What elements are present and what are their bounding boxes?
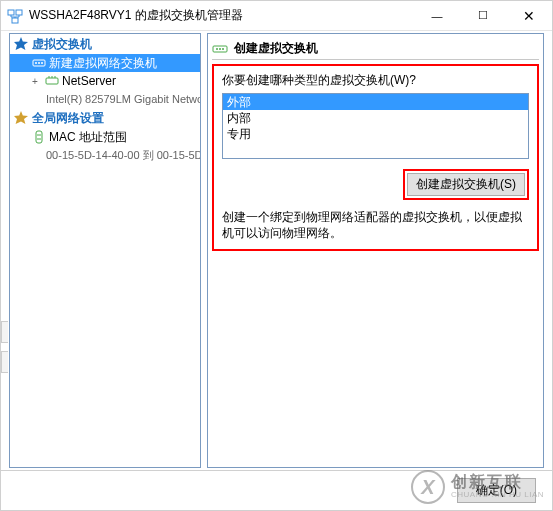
ok-button[interactable]: 确定(O) <box>457 478 536 503</box>
new-switch-icon <box>32 56 46 70</box>
right-header: 创建虚拟交换机 <box>212 38 539 60</box>
highlight-box-button: 创建虚拟交换机(S) <box>403 169 529 200</box>
window-controls: — ☐ ✕ <box>414 1 552 31</box>
svg-point-5 <box>38 62 40 64</box>
svg-point-4 <box>35 62 37 64</box>
right-detail-pane: 创建虚拟交换机 你要创建哪种类型的虚拟交换机(W)? 外部 内部 专用 创建虚拟… <box>207 33 544 468</box>
switch-icon <box>212 41 228 57</box>
virtual-switch-manager-window: WSSHA2F48RVY1 的虚拟交换机管理器 — ☐ ✕ 虚拟交换机 新 <box>0 0 553 511</box>
tree-item-label: MAC 地址范围 <box>49 129 127 146</box>
tree-item-netserver[interactable]: + NetServer <box>10 72 200 90</box>
dialog-footer: 确定(O) <box>1 470 552 510</box>
highlight-box: 你要创建哪种类型的虚拟交换机(W)? 外部 内部 专用 创建虚拟交换机(S) 创… <box>212 64 539 251</box>
tree-item-netserver-detail: Intel(R) 82579LM Gigabit Network ... <box>10 90 200 108</box>
section-label: 虚拟交换机 <box>32 36 92 53</box>
svg-rect-8 <box>36 131 42 143</box>
tree-item-label: NetServer <box>62 74 116 88</box>
right-header-title: 创建虚拟交换机 <box>234 40 318 57</box>
svg-rect-7 <box>46 78 58 84</box>
section-label: 全局网络设置 <box>32 110 104 127</box>
tree-item-label: 新建虚拟网络交换机 <box>49 55 157 72</box>
svg-point-11 <box>219 48 221 50</box>
switch-type-prompt: 你要创建哪种类型的虚拟交换机(W)? <box>222 72 529 89</box>
maximize-button[interactable]: ☐ <box>460 1 506 31</box>
option-external[interactable]: 外部 <box>223 94 528 110</box>
create-switch-button[interactable]: 创建虚拟交换机(S) <box>407 173 525 196</box>
switch-type-listbox[interactable]: 外部 内部 专用 <box>222 93 529 159</box>
left-gutter <box>1 61 9 430</box>
tree-item-new-switch[interactable]: 新建虚拟网络交换机 <box>10 54 200 72</box>
window-title: WSSHA2F48RVY1 的虚拟交换机管理器 <box>29 7 414 24</box>
option-private[interactable]: 专用 <box>223 126 528 142</box>
app-icon <box>7 8 23 24</box>
minimize-button[interactable]: — <box>414 1 460 31</box>
star-icon <box>14 37 28 51</box>
create-button-row: 创建虚拟交换机(S) <box>222 169 529 200</box>
svg-rect-2 <box>12 18 18 23</box>
tree-item-sublabel: 00-15-5D-14-40-00 到 00-15-5D-1... <box>46 148 201 163</box>
tree-item-sublabel: Intel(R) 82579LM Gigabit Network ... <box>46 93 201 105</box>
section-global-settings: 全局网络设置 <box>10 108 200 128</box>
gutter-tab <box>1 351 8 373</box>
svg-point-6 <box>41 62 43 64</box>
svg-point-12 <box>222 48 224 50</box>
switch-icon <box>45 74 59 88</box>
switch-type-description: 创建一个绑定到物理网络适配器的虚拟交换机，以便虚拟机可以访问物理网络。 <box>222 210 529 241</box>
option-internal[interactable]: 内部 <box>223 110 528 126</box>
tree-item-mac-range-detail: 00-15-5D-14-40-00 到 00-15-5D-1... <box>10 146 200 164</box>
svg-point-10 <box>216 48 218 50</box>
section-virtual-switches: 虚拟交换机 <box>10 34 200 54</box>
tree-item-mac-range[interactable]: MAC 地址范围 <box>10 128 200 146</box>
svg-rect-0 <box>8 10 14 15</box>
content-area: 虚拟交换机 新建虚拟网络交换机 + NetServer Intel(R) 825… <box>1 31 552 470</box>
svg-rect-1 <box>16 10 22 15</box>
close-button[interactable]: ✕ <box>506 1 552 31</box>
range-icon <box>32 130 46 144</box>
gutter-tab <box>1 321 8 343</box>
left-tree-pane: 虚拟交换机 新建虚拟网络交换机 + NetServer Intel(R) 825… <box>9 33 201 468</box>
expander-icon[interactable]: + <box>32 76 42 87</box>
titlebar: WSSHA2F48RVY1 的虚拟交换机管理器 — ☐ ✕ <box>1 1 552 31</box>
star-icon <box>14 111 28 125</box>
